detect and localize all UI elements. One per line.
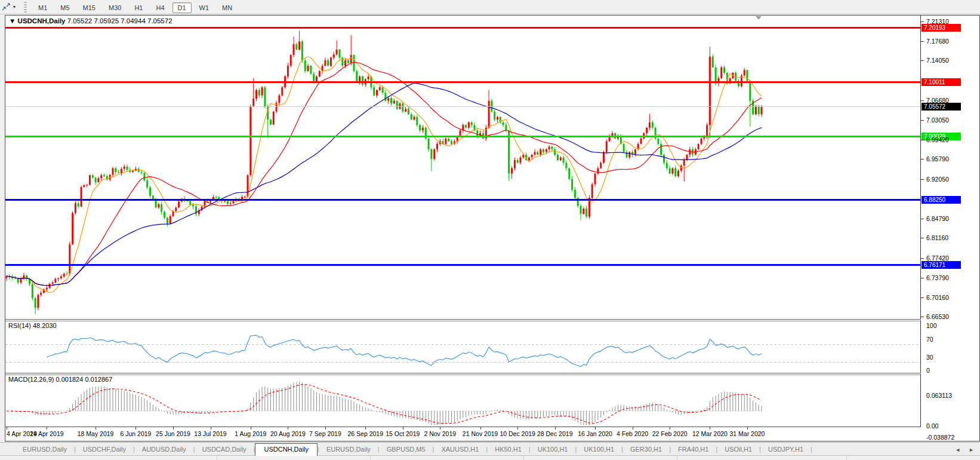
chart-style-icon[interactable] bbox=[1, 2, 11, 12]
date-axis-label: 1 Aug 2019 bbox=[235, 430, 266, 437]
timeframe-button-h4[interactable]: H4 bbox=[150, 2, 170, 13]
date-axis-label: 20 Aug 2019 bbox=[270, 430, 306, 437]
price-axis-tick: 7.06680 bbox=[926, 97, 949, 104]
rsi-pane[interactable]: RSI(14) 48.2030 bbox=[5, 320, 921, 373]
timeframe-button-m30[interactable]: M30 bbox=[103, 2, 127, 13]
price-axis-tick: 6.99420 bbox=[926, 136, 949, 143]
toolbar-grip bbox=[24, 2, 27, 13]
date-axis-label: 6 Jun 2019 bbox=[120, 430, 151, 437]
collapse-triangle-icon[interactable]: ▼ bbox=[9, 17, 16, 24]
rsi-label: RSI(14) 48.2030 bbox=[8, 322, 57, 329]
price-axis-tick: 6.92050 bbox=[926, 176, 949, 183]
date-axis-label: 10 Dec 2019 bbox=[500, 430, 535, 437]
price-axis-tick: 7.03050 bbox=[926, 116, 949, 124]
time-axis[interactable]: 4 Apr 201924 Apr 201918 May 20196 Jun 20… bbox=[5, 427, 979, 441]
rsi-axis-tick: 0 bbox=[926, 367, 930, 374]
trading-terminal: ▾ M1M5M15M30H1H4D1W1MN ▼ USDCNH,Daily 7.… bbox=[0, 0, 980, 460]
price-level-label: 6.76171 bbox=[922, 261, 961, 269]
price-axis-tick: 7.14050 bbox=[926, 57, 949, 64]
price-axis-tick: 6.84790 bbox=[926, 215, 949, 222]
timeframe-buttons: M1M5M15M30H1H4D1W1MN bbox=[32, 2, 239, 13]
date-axis-label: 16 Jan 2020 bbox=[578, 430, 612, 437]
current-price-line[interactable] bbox=[5, 106, 920, 107]
date-axis-label: 2 Nov 2019 bbox=[424, 430, 456, 437]
date-axis-label: 28 Dec 2019 bbox=[537, 430, 573, 437]
price-axis-tick: 7.21310 bbox=[926, 18, 949, 25]
chart-tab-usdcnh-daily[interactable]: USDCNH,Daily bbox=[255, 443, 318, 456]
chart-tab-usdjpy-h1[interactable]: USDJPY,H1 bbox=[761, 444, 810, 455]
price-axis-tick: 6.73790 bbox=[926, 274, 949, 281]
chart-tab-uk100-h1[interactable]: UK100,H1 bbox=[577, 444, 621, 455]
tab-scroll-left-icon[interactable]: ◄ bbox=[955, 447, 960, 453]
price-axis-tick: 6.66530 bbox=[926, 313, 949, 320]
date-axis-label: 7 Sep 2019 bbox=[309, 430, 341, 437]
date-axis-label: 25 Jun 2019 bbox=[156, 430, 190, 437]
price-level-label: 7.10011 bbox=[922, 78, 961, 86]
chart-tab-xauusd-h1[interactable]: XAUUSD,H1 bbox=[434, 444, 486, 455]
chart-tab-ger30-h1[interactable]: GER30,H1 bbox=[623, 444, 669, 455]
tab-scroll-right-icon[interactable]: ► bbox=[969, 447, 974, 453]
date-axis-label: 26 Sep 2019 bbox=[347, 430, 383, 437]
rsi-axis-tick: 30 bbox=[926, 354, 933, 361]
timeframe-button-m1[interactable]: M1 bbox=[33, 2, 53, 13]
price-axis-tick: 6.70160 bbox=[926, 294, 949, 301]
timeframe-button-h1[interactable]: H1 bbox=[129, 2, 148, 13]
horizontal-level-line[interactable] bbox=[5, 27, 920, 29]
date-axis-label: 12 Mar 2020 bbox=[692, 430, 728, 437]
date-axis-label: 31 Mar 2020 bbox=[729, 430, 765, 437]
chart-tab-hk50-h1[interactable]: HK50,H1 bbox=[488, 444, 529, 455]
chart-tab-usdchf-daily[interactable]: USDCHF,Daily bbox=[76, 444, 133, 455]
macd-pane[interactable]: MACD(12,26,9) 0.001824 0.012867 bbox=[5, 374, 921, 427]
chart-ohlc-quote: 7.05522 7.05925 7.04944 7.05572 bbox=[67, 17, 172, 24]
status-bar bbox=[0, 455, 980, 460]
date-axis-label: 24 Apr 2019 bbox=[30, 430, 64, 437]
tab-separator: | bbox=[810, 446, 812, 455]
chevron-down-icon[interactable]: ▾ bbox=[13, 4, 16, 10]
price-axis-tick: 6.95790 bbox=[926, 155, 949, 162]
macd-axis-tick: -0.038872 bbox=[926, 434, 954, 441]
date-axis-label: 15 Oct 2019 bbox=[386, 430, 420, 437]
horizontal-level-line[interactable] bbox=[5, 199, 920, 201]
timeframe-button-d1[interactable]: D1 bbox=[172, 2, 192, 13]
date-axis-label: 13 Jul 2019 bbox=[194, 430, 226, 437]
price-pane[interactable] bbox=[5, 16, 921, 319]
price-axis-tick: 6.77420 bbox=[926, 254, 949, 262]
date-axis-label: 21 Nov 2019 bbox=[463, 430, 498, 437]
horizontal-level-line[interactable] bbox=[5, 136, 920, 137]
price-level-label: 6.88250 bbox=[922, 196, 961, 204]
chart-tab-audusd-daily[interactable]: AUDUSD,Daily bbox=[135, 444, 193, 455]
macd-label: MACD(12,26,9) 0.001824 0.012867 bbox=[8, 376, 112, 383]
timeframe-button-m15[interactable]: M15 bbox=[78, 2, 101, 13]
price-axis-tick: 7.17680 bbox=[926, 38, 949, 45]
timeframe-button-m5[interactable]: M5 bbox=[55, 2, 75, 13]
chart-tab-usoil-h1[interactable]: USOil,H1 bbox=[717, 444, 759, 455]
macd-axis-tick: 0.063113 bbox=[926, 392, 952, 399]
chart-tab-eurusd-daily[interactable]: EURUSD,Daily bbox=[16, 444, 74, 455]
chart-header: ▼ USDCNH,Daily 7.05522 7.05925 7.04944 7… bbox=[9, 17, 172, 24]
timeframe-button-w1[interactable]: W1 bbox=[194, 2, 215, 13]
chart-shift-marker-icon[interactable] bbox=[756, 16, 762, 20]
chart-tab-eurusd-daily[interactable]: EURUSD,Daily bbox=[319, 444, 378, 455]
horizontal-level-line[interactable] bbox=[5, 81, 920, 83]
price-axis-tick: 6.81160 bbox=[926, 234, 948, 241]
date-axis-label: 18 May 2019 bbox=[78, 430, 114, 437]
rsi-axis-tick: 70 bbox=[926, 336, 933, 343]
timeframe-button-mn[interactable]: MN bbox=[217, 2, 238, 13]
chart-tab-usdcad-daily[interactable]: USDCAD,Daily bbox=[195, 444, 254, 455]
date-axis-label: 22 Feb 2020 bbox=[652, 430, 688, 437]
price-axis[interactable]: 7.201937.100117.055727.000296.882506.761… bbox=[921, 16, 979, 440]
chart-tabbar: EURUSD,Daily|USDCHF,Daily|AUDUSD,Daily|U… bbox=[0, 442, 980, 455]
timeframe-toolbar: ▾ M1M5M15M30H1H4D1W1MN bbox=[0, 0, 980, 14]
macd-axis-tick: 0.00 bbox=[926, 422, 938, 430]
rsi-axis-tick: 100 bbox=[926, 322, 937, 329]
chart-tab-gbpusd-m5[interactable]: GBPUSD,M5 bbox=[380, 444, 433, 455]
date-axis-label: 4 Feb 2020 bbox=[617, 430, 648, 437]
chart-tab-uk100-h1[interactable]: UK100,H1 bbox=[531, 444, 575, 455]
chart-symbol: USDCNH,Daily bbox=[18, 17, 66, 24]
chart-window: ▼ USDCNH,Daily 7.05522 7.05925 7.04944 7… bbox=[5, 15, 980, 441]
chart-tab-fra40-h1[interactable]: FRA40,H1 bbox=[671, 444, 716, 455]
horizontal-level-line[interactable] bbox=[5, 264, 920, 266]
